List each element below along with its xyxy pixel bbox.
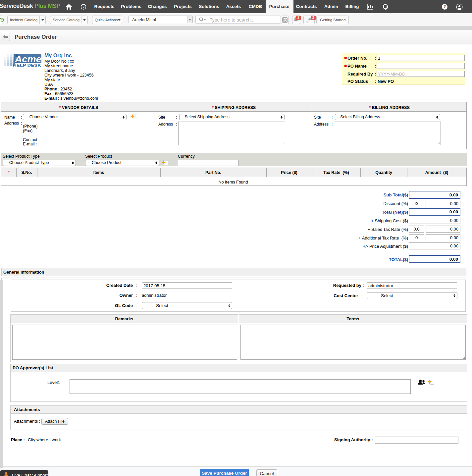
svg-text:Acme: Acme <box>15 54 41 64</box>
svg-text:HELP DESK: HELP DESK <box>13 63 41 67</box>
